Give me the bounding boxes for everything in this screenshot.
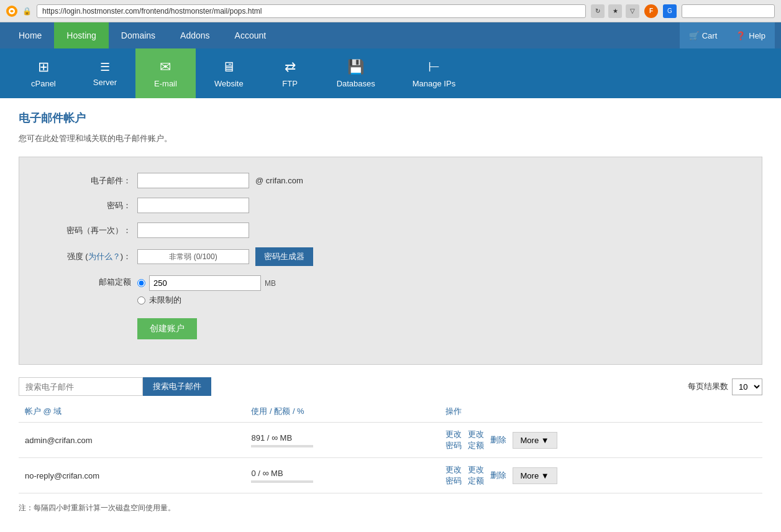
strength-label: 强度 (为什么？)： bbox=[32, 251, 131, 262]
search-email-button[interactable]: 搜索电子邮件 bbox=[143, 377, 211, 396]
top-nav: Home Hosting Domains Addons Account 🛒 Ca… bbox=[0, 22, 781, 48]
email-input[interactable] bbox=[137, 173, 249, 188]
cpanel-icon: ⊞ bbox=[38, 59, 49, 75]
footnote: 注：每隔四小时重新计算一次磁盘空间使用量。 bbox=[19, 503, 762, 513]
usage-cell: 891 / ∞ MB bbox=[245, 423, 439, 458]
browser-logo: F bbox=[644, 4, 658, 18]
email-icon: ✉ bbox=[160, 59, 171, 75]
reload-icon[interactable]: ↻ bbox=[591, 4, 605, 18]
top-nav-home[interactable]: Home bbox=[6, 22, 54, 48]
quota-row: 邮箱定额 MB 未限制的 bbox=[32, 275, 749, 306]
star-icon[interactable]: ★ bbox=[608, 4, 622, 18]
top-nav-domains[interactable]: Domains bbox=[109, 22, 168, 48]
nav-cpanel[interactable]: ⊞ cPanel bbox=[12, 48, 75, 98]
browser-search-icon: G bbox=[663, 4, 677, 18]
nav-databases[interactable]: 💾 Databases bbox=[318, 48, 394, 98]
top-nav-hosting[interactable]: Hosting bbox=[54, 22, 108, 48]
password-confirm-label: 密码（再一次）： bbox=[32, 225, 131, 236]
databases-icon: 💾 bbox=[347, 59, 364, 75]
top-nav-addons[interactable]: Addons bbox=[168, 22, 222, 48]
table-row: admin@crifan.com 891 / ∞ MB 更改密码 更改定额 删除… bbox=[19, 423, 762, 458]
quota-unlimited-row: 未限制的 bbox=[137, 295, 276, 306]
unlimited-label: 未限制的 bbox=[149, 295, 181, 306]
browser-bar: 🔒 https://login.hostmonster.com/frontend… bbox=[0, 0, 781, 22]
nav-manage-ips[interactable]: ⊢ Manage IPs bbox=[394, 48, 474, 98]
quota-radio-limited[interactable] bbox=[137, 279, 145, 287]
website-icon: 🖥 bbox=[222, 59, 235, 75]
strength-row: 强度 (为什么？)： 密码生成器 bbox=[32, 247, 749, 266]
quota-radio-unlimited[interactable] bbox=[137, 296, 145, 305]
change-password-link[interactable]: 更改密码 bbox=[445, 429, 462, 451]
nav-website[interactable]: 🖥 Website bbox=[196, 48, 262, 98]
more-button[interactable]: More ▼ bbox=[513, 467, 557, 484]
help-button[interactable]: ❓ Help bbox=[726, 22, 775, 48]
strength-display bbox=[137, 249, 249, 264]
password-confirm-input[interactable] bbox=[137, 222, 249, 238]
table-row: no-reply@crifan.com 0 / ∞ MB 更改密码 更改定额 删… bbox=[19, 458, 762, 493]
email-row: 电子邮件： @ crifan.com bbox=[32, 173, 749, 188]
favicon-icon bbox=[6, 6, 17, 17]
main-content: 电子邮件帐户 您可在此处管理和域关联的电子邮件账户。 电子邮件： @ crifa… bbox=[0, 98, 781, 526]
quota-mb-label: MB bbox=[265, 279, 276, 288]
password-confirm-row: 密码（再一次）： bbox=[32, 222, 749, 238]
cart-icon: 🛒 bbox=[689, 31, 699, 40]
password-label: 密码： bbox=[32, 200, 131, 211]
create-row: 创建账户 bbox=[137, 315, 749, 339]
nav-server[interactable]: ☰ Server bbox=[75, 48, 135, 98]
search-row: 搜索电子邮件 每页结果数 10 25 50 bbox=[19, 377, 762, 396]
email-label: 电子邮件： bbox=[32, 175, 131, 186]
at-domain: @ crifan.com bbox=[255, 176, 303, 185]
create-email-form: 电子邮件： @ crifan.com 密码： 密码（再一次）： 强度 (为什么？… bbox=[19, 157, 762, 365]
cart-button[interactable]: 🛒 Cart bbox=[680, 22, 727, 48]
usage-cell: 0 / ∞ MB bbox=[245, 458, 439, 493]
page-title: 电子邮件帐户 bbox=[19, 111, 762, 126]
password-row: 密码： bbox=[32, 198, 749, 213]
change-quota-link[interactable]: 更改定额 bbox=[468, 429, 484, 451]
col-usage: 使用 / 配额 / % bbox=[245, 401, 439, 423]
quota-label: 邮箱定额 bbox=[32, 275, 131, 288]
url-bar[interactable]: https://login.hostmonster.com/frontend/h… bbox=[37, 4, 586, 18]
results-label: 每页结果数 bbox=[688, 381, 728, 392]
col-account: 帐户 @ 域 bbox=[19, 401, 245, 423]
nav-ftp[interactable]: ⇄ FTP bbox=[262, 48, 318, 98]
page-description: 您可在此处管理和域关联的电子邮件账户。 bbox=[19, 133, 762, 144]
lock-icon: 🔒 bbox=[22, 7, 32, 16]
quota-value-input[interactable] bbox=[149, 275, 261, 291]
email-search-input[interactable] bbox=[19, 377, 143, 396]
email-cell: admin@crifan.com bbox=[19, 423, 245, 458]
ftp-icon: ⇄ bbox=[285, 59, 296, 75]
bookmark-icon[interactable]: ▽ bbox=[626, 4, 639, 18]
results-per-page: 每页结果数 10 25 50 bbox=[688, 378, 762, 395]
email-cell: no-reply@crifan.com bbox=[19, 458, 245, 493]
server-icon: ☰ bbox=[100, 60, 110, 74]
second-nav: ⊞ cPanel ☰ Server ✉ E-mail 🖥 Website ⇄ F… bbox=[0, 48, 781, 98]
manage-ips-icon: ⊢ bbox=[428, 59, 440, 75]
strength-why-link[interactable]: 为什么？ bbox=[88, 252, 121, 261]
change-password-link[interactable]: 更改密码 bbox=[445, 464, 462, 487]
quota-controls: MB 未限制的 bbox=[137, 275, 276, 306]
results-select[interactable]: 10 25 50 bbox=[732, 378, 762, 395]
ops-cell: 更改密码 更改定额 删除 More ▼ bbox=[439, 458, 762, 493]
browser-search-input[interactable]: 智慧天堂的巴别塔 bbox=[682, 4, 775, 18]
search-left: 搜索电子邮件 bbox=[19, 377, 211, 396]
delete-button[interactable]: 删除 bbox=[490, 470, 506, 481]
browser-actions: ↻ ★ ▽ bbox=[591, 4, 639, 18]
nav-email[interactable]: ✉ E-mail bbox=[135, 48, 196, 98]
help-icon: ❓ bbox=[736, 31, 746, 40]
top-nav-account[interactable]: Account bbox=[222, 22, 279, 48]
change-quota-link[interactable]: 更改定额 bbox=[468, 464, 484, 487]
generate-password-button[interactable]: 密码生成器 bbox=[255, 247, 313, 266]
create-account-button[interactable]: 创建账户 bbox=[137, 318, 197, 339]
quota-input-row: MB bbox=[137, 275, 276, 291]
col-ops: 操作 bbox=[439, 401, 762, 423]
more-button[interactable]: More ▼ bbox=[513, 432, 557, 449]
password-input[interactable] bbox=[137, 198, 249, 213]
ops-cell: 更改密码 更改定额 删除 More ▼ bbox=[439, 423, 762, 458]
email-table: 帐户 @ 域 使用 / 配额 / % 操作 admin@crifan.com 8… bbox=[19, 401, 762, 493]
delete-button[interactable]: 删除 bbox=[490, 434, 506, 446]
